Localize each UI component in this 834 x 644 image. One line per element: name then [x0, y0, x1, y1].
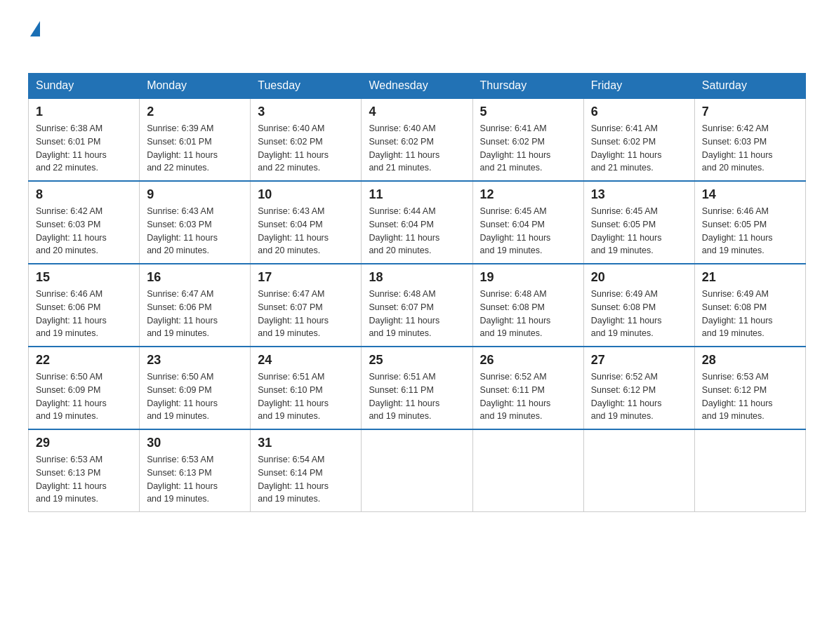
calendar-header-row: SundayMondayTuesdayWednesdayThursdayFrid…: [29, 74, 806, 99]
day-number: 23: [147, 353, 243, 368]
calendar-cell: 1 Sunrise: 6:38 AM Sunset: 6:01 PM Dayli…: [29, 98, 140, 181]
day-info: Sunrise: 6:51 AM Sunset: 6:10 PM Dayligh…: [258, 370, 354, 423]
day-number: 22: [36, 353, 132, 368]
day-number: 2: [147, 105, 243, 119]
calendar-cell: [583, 429, 694, 512]
calendar-cell: 21 Sunrise: 6:49 AM Sunset: 6:08 PM Dayl…: [694, 264, 805, 347]
calendar-cell: 27 Sunrise: 6:52 AM Sunset: 6:12 PM Dayl…: [583, 347, 694, 429]
calendar-cell: 23 Sunrise: 6:50 AM Sunset: 6:09 PM Dayl…: [140, 347, 251, 429]
calendar-week-row: 15 Sunrise: 6:46 AM Sunset: 6:06 PM Dayl…: [29, 264, 806, 347]
day-number: 28: [702, 353, 798, 368]
day-info: Sunrise: 6:45 AM Sunset: 6:04 PM Dayligh…: [480, 205, 576, 257]
day-info: Sunrise: 6:50 AM Sunset: 6:09 PM Dayligh…: [147, 370, 243, 423]
calendar-cell: 14 Sunrise: 6:46 AM Sunset: 6:05 PM Dayl…: [694, 181, 805, 264]
day-number: 15: [36, 270, 132, 285]
day-info: Sunrise: 6:54 AM Sunset: 6:14 PM Dayligh…: [258, 453, 354, 506]
calendar-cell: 16 Sunrise: 6:47 AM Sunset: 6:06 PM Dayl…: [140, 264, 251, 347]
calendar-week-row: 22 Sunrise: 6:50 AM Sunset: 6:09 PM Dayl…: [29, 347, 806, 429]
calendar-cell: [362, 429, 472, 512]
day-number: 8: [36, 187, 132, 202]
day-info: Sunrise: 6:48 AM Sunset: 6:08 PM Dayligh…: [480, 288, 576, 340]
day-number: 11: [369, 187, 465, 202]
header-tuesday: Tuesday: [251, 74, 362, 99]
day-info: Sunrise: 6:53 AM Sunset: 6:13 PM Dayligh…: [36, 453, 132, 506]
calendar-cell: 8 Sunrise: 6:42 AM Sunset: 6:03 PM Dayli…: [29, 181, 140, 264]
header-saturday: Saturday: [694, 74, 805, 99]
day-number: 25: [369, 353, 465, 368]
calendar-cell: 22 Sunrise: 6:50 AM Sunset: 6:09 PM Dayl…: [29, 347, 140, 429]
day-number: 17: [258, 270, 354, 285]
day-number: 12: [480, 187, 576, 202]
calendar-week-row: 29 Sunrise: 6:53 AM Sunset: 6:13 PM Dayl…: [29, 429, 806, 512]
day-info: Sunrise: 6:42 AM Sunset: 6:03 PM Dayligh…: [36, 205, 132, 257]
header-friday: Friday: [583, 74, 694, 99]
day-number: 30: [147, 436, 243, 450]
day-number: 21: [702, 270, 798, 285]
calendar-cell: 19 Sunrise: 6:48 AM Sunset: 6:08 PM Dayl…: [472, 264, 583, 347]
calendar-cell: 20 Sunrise: 6:49 AM Sunset: 6:08 PM Dayl…: [583, 264, 694, 347]
day-number: 31: [258, 436, 354, 450]
calendar-cell: 5 Sunrise: 6:41 AM Sunset: 6:02 PM Dayli…: [472, 98, 583, 181]
day-info: Sunrise: 6:40 AM Sunset: 6:02 PM Dayligh…: [369, 122, 465, 175]
day-info: Sunrise: 6:48 AM Sunset: 6:07 PM Dayligh…: [369, 288, 465, 340]
day-number: 27: [591, 353, 687, 368]
day-number: 24: [258, 353, 354, 368]
day-number: 29: [36, 436, 132, 450]
calendar-cell: 2 Sunrise: 6:39 AM Sunset: 6:01 PM Dayli…: [140, 98, 251, 181]
calendar-cell: 15 Sunrise: 6:46 AM Sunset: 6:06 PM Dayl…: [29, 264, 140, 347]
header-thursday: Thursday: [472, 74, 583, 99]
day-number: 16: [147, 270, 243, 285]
calendar-cell: 12 Sunrise: 6:45 AM Sunset: 6:04 PM Dayl…: [472, 181, 583, 264]
calendar-cell: 28 Sunrise: 6:53 AM Sunset: 6:12 PM Dayl…: [694, 347, 805, 429]
day-info: Sunrise: 6:39 AM Sunset: 6:01 PM Dayligh…: [147, 122, 243, 175]
day-number: 13: [591, 187, 687, 202]
calendar-cell: 31 Sunrise: 6:54 AM Sunset: 6:14 PM Dayl…: [251, 429, 362, 512]
day-info: Sunrise: 6:46 AM Sunset: 6:05 PM Dayligh…: [702, 205, 798, 257]
calendar-week-row: 1 Sunrise: 6:38 AM Sunset: 6:01 PM Dayli…: [29, 98, 806, 181]
day-info: Sunrise: 6:41 AM Sunset: 6:02 PM Dayligh…: [480, 122, 576, 175]
calendar-cell: 26 Sunrise: 6:52 AM Sunset: 6:11 PM Dayl…: [472, 347, 583, 429]
day-info: Sunrise: 6:43 AM Sunset: 6:03 PM Dayligh…: [147, 205, 243, 257]
calendar-cell: 18 Sunrise: 6:48 AM Sunset: 6:07 PM Dayl…: [362, 264, 472, 347]
day-info: Sunrise: 6:44 AM Sunset: 6:04 PM Dayligh…: [369, 205, 465, 257]
day-info: Sunrise: 6:51 AM Sunset: 6:11 PM Dayligh…: [369, 370, 465, 423]
day-info: Sunrise: 6:46 AM Sunset: 6:06 PM Dayligh…: [36, 288, 132, 340]
day-info: Sunrise: 6:38 AM Sunset: 6:01 PM Dayligh…: [36, 122, 132, 175]
calendar-cell: [694, 429, 805, 512]
calendar-cell: [472, 429, 583, 512]
day-info: Sunrise: 6:47 AM Sunset: 6:06 PM Dayligh…: [147, 288, 243, 340]
logo: [28, 21, 40, 59]
day-number: 14: [702, 187, 798, 202]
calendar-cell: 11 Sunrise: 6:44 AM Sunset: 6:04 PM Dayl…: [362, 181, 472, 264]
calendar-cell: 3 Sunrise: 6:40 AM Sunset: 6:02 PM Dayli…: [251, 98, 362, 181]
day-number: 1: [36, 105, 132, 119]
calendar-week-row: 8 Sunrise: 6:42 AM Sunset: 6:03 PM Dayli…: [29, 181, 806, 264]
day-number: 19: [480, 270, 576, 285]
day-info: Sunrise: 6:45 AM Sunset: 6:05 PM Dayligh…: [591, 205, 687, 257]
day-info: Sunrise: 6:53 AM Sunset: 6:13 PM Dayligh…: [147, 453, 243, 506]
day-info: Sunrise: 6:53 AM Sunset: 6:12 PM Dayligh…: [702, 370, 798, 423]
day-number: 20: [591, 270, 687, 285]
calendar-cell: 24 Sunrise: 6:51 AM Sunset: 6:10 PM Dayl…: [251, 347, 362, 429]
day-info: Sunrise: 6:49 AM Sunset: 6:08 PM Dayligh…: [591, 288, 687, 340]
day-number: 9: [147, 187, 243, 202]
calendar-cell: 13 Sunrise: 6:45 AM Sunset: 6:05 PM Dayl…: [583, 181, 694, 264]
calendar-cell: 17 Sunrise: 6:47 AM Sunset: 6:07 PM Dayl…: [251, 264, 362, 347]
logo-triangle-icon: [30, 21, 40, 36]
day-number: 3: [258, 105, 354, 119]
day-info: Sunrise: 6:40 AM Sunset: 6:02 PM Dayligh…: [258, 122, 354, 175]
day-info: Sunrise: 6:41 AM Sunset: 6:02 PM Dayligh…: [591, 122, 687, 175]
calendar-cell: 10 Sunrise: 6:43 AM Sunset: 6:04 PM Dayl…: [251, 181, 362, 264]
calendar-table: SundayMondayTuesdayWednesdayThursdayFrid…: [28, 73, 806, 512]
day-number: 4: [369, 105, 465, 119]
day-number: 7: [702, 105, 798, 119]
day-info: Sunrise: 6:52 AM Sunset: 6:12 PM Dayligh…: [591, 370, 687, 423]
day-number: 26: [480, 353, 576, 368]
header-wednesday: Wednesday: [362, 74, 472, 99]
calendar-cell: 29 Sunrise: 6:53 AM Sunset: 6:13 PM Dayl…: [29, 429, 140, 512]
calendar-cell: 25 Sunrise: 6:51 AM Sunset: 6:11 PM Dayl…: [362, 347, 472, 429]
calendar-cell: 4 Sunrise: 6:40 AM Sunset: 6:02 PM Dayli…: [362, 98, 472, 181]
calendar-cell: 30 Sunrise: 6:53 AM Sunset: 6:13 PM Dayl…: [140, 429, 251, 512]
day-info: Sunrise: 6:49 AM Sunset: 6:08 PM Dayligh…: [702, 288, 798, 340]
day-info: Sunrise: 6:52 AM Sunset: 6:11 PM Dayligh…: [480, 370, 576, 423]
